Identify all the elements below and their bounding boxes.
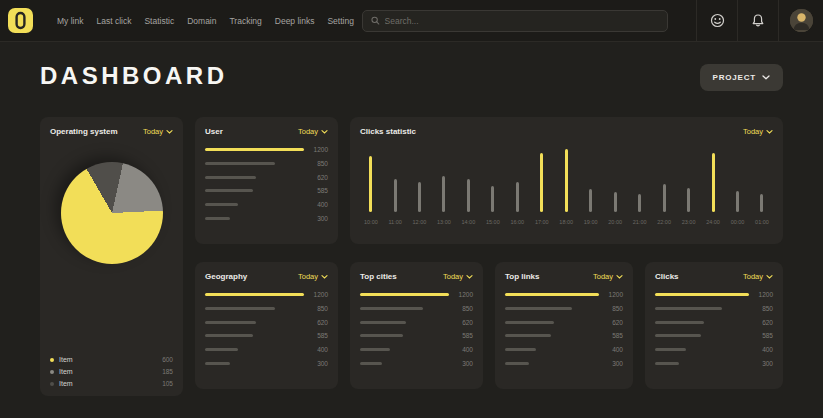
bar-row: 585 — [205, 187, 328, 194]
period-dropdown-clicks-statistic[interactable]: Today — [743, 127, 773, 136]
period-dropdown-geography[interactable]: Today — [298, 272, 328, 281]
period-dropdown-top-links[interactable]: Today — [593, 272, 623, 281]
bar-track — [205, 203, 304, 206]
card-clicks: Clicks Today 1200850620585400300 — [645, 262, 783, 389]
bar-value: 1200 — [599, 291, 623, 298]
nav-item-deep-links[interactable]: Deep links — [275, 16, 315, 26]
bar-value: 585 — [304, 332, 328, 339]
nav-item-statistic[interactable]: Statistic — [144, 16, 174, 26]
time-label: 15:00 — [486, 219, 500, 225]
period-dropdown-user[interactable]: Today — [298, 127, 328, 136]
bar-row: 300 — [205, 360, 328, 367]
bar-track — [205, 321, 304, 324]
bar-value: 585 — [304, 187, 328, 194]
bar — [655, 362, 679, 365]
bar-column: 18:00 — [559, 146, 573, 225]
bar-value: 400 — [449, 346, 473, 353]
user-menu[interactable] — [779, 0, 823, 42]
bar-track — [516, 146, 519, 212]
bar-row: 300 — [655, 360, 773, 367]
bar — [360, 362, 382, 365]
bar-row: 400 — [505, 346, 623, 353]
pie-legend: Item600Item185Item105 — [50, 351, 173, 387]
nav-item-tracking[interactable]: Tracking — [229, 16, 261, 26]
search-box[interactable] — [362, 10, 668, 32]
bar-track — [663, 146, 666, 212]
emoji-button[interactable] — [697, 0, 737, 42]
card-header: Operating system Today — [50, 127, 173, 136]
card-header: Clicks statistic Today — [360, 127, 773, 136]
bar-track — [505, 362, 599, 365]
time-label: 17:00 — [535, 219, 549, 225]
time-label: 21:00 — [633, 219, 647, 225]
time-label: 11:00 — [388, 219, 401, 225]
card-header: Top links Today — [505, 272, 623, 281]
bar-row: 1200 — [655, 291, 773, 298]
clicks-statistic-bar-chart: 10:0011:0012:0013:0014:0015:0016:0017:00… — [360, 146, 773, 225]
bar — [205, 334, 253, 337]
bell-icon — [751, 13, 765, 28]
bar-row: 400 — [205, 201, 328, 208]
time-label: 24:00 — [706, 219, 720, 225]
legend-label: Item — [59, 368, 162, 375]
bar-row: 850 — [655, 305, 773, 312]
period-dropdown-top-cities[interactable]: Today — [443, 272, 473, 281]
bar-row: 585 — [655, 332, 773, 339]
period-dropdown-operating-system[interactable]: Today — [143, 127, 173, 136]
app-logo[interactable] — [8, 8, 33, 33]
bar-row: 1200 — [505, 291, 623, 298]
time-label: 01:00 — [755, 219, 769, 225]
bar — [655, 307, 722, 310]
bar — [491, 186, 494, 212]
period-dropdown-clicks[interactable]: Today — [743, 272, 773, 281]
bar-track — [540, 146, 543, 212]
bar-column: 00:00 — [731, 146, 745, 225]
notifications-button[interactable] — [738, 0, 778, 42]
bar-column: 23:00 — [682, 146, 696, 225]
nav-item-last-click[interactable]: Last click — [96, 16, 131, 26]
nav-item-domain[interactable]: Domain — [187, 16, 216, 26]
project-dropdown-label: PROJECT — [713, 73, 756, 82]
bar-row: 1200 — [360, 291, 473, 298]
bar-track — [687, 146, 690, 212]
bar-track — [360, 307, 449, 310]
project-dropdown[interactable]: PROJECT — [700, 64, 783, 91]
bar-row: 620 — [205, 319, 328, 326]
legend-dot — [50, 358, 54, 362]
bar-track — [205, 217, 304, 220]
bar-value: 850 — [749, 305, 773, 312]
legend-dot — [50, 370, 54, 374]
bar — [418, 182, 421, 212]
bar — [205, 321, 256, 324]
bar-track — [655, 334, 749, 337]
time-label: 14:00 — [461, 219, 475, 225]
bar-track — [638, 146, 641, 212]
bar-track — [205, 293, 304, 297]
bar — [467, 179, 470, 212]
time-label: 16:00 — [510, 219, 524, 225]
bar-value: 585 — [449, 332, 473, 339]
legend-label: Item — [59, 380, 162, 387]
bar-track — [736, 146, 739, 212]
legend-dot — [50, 382, 54, 386]
legend-label: Item — [59, 356, 162, 363]
search-input[interactable] — [385, 16, 659, 26]
bar-row: 850 — [505, 305, 623, 312]
legend-value: 185 — [162, 368, 173, 375]
bar — [655, 321, 704, 324]
geography-bar-chart: 1200850620585400300 — [205, 291, 328, 367]
main-nav: My link Last click Statistic Domain Trac… — [57, 16, 354, 26]
bar-track — [205, 348, 304, 351]
card-title: Geography — [205, 272, 247, 281]
bar-column: 10:00 — [364, 146, 378, 225]
time-label: 12:00 — [413, 219, 427, 225]
bar-track — [418, 146, 421, 212]
bar-value: 400 — [749, 346, 773, 353]
bar — [505, 362, 529, 365]
bar — [687, 188, 690, 212]
nav-item-my-link[interactable]: My link — [57, 16, 83, 26]
dashboard-screen: My link Last click Statistic Domain Trac… — [0, 0, 823, 418]
nav-item-setting[interactable]: Setting — [327, 16, 353, 26]
bar-row: 400 — [360, 346, 473, 353]
bar-row: 300 — [360, 360, 473, 367]
